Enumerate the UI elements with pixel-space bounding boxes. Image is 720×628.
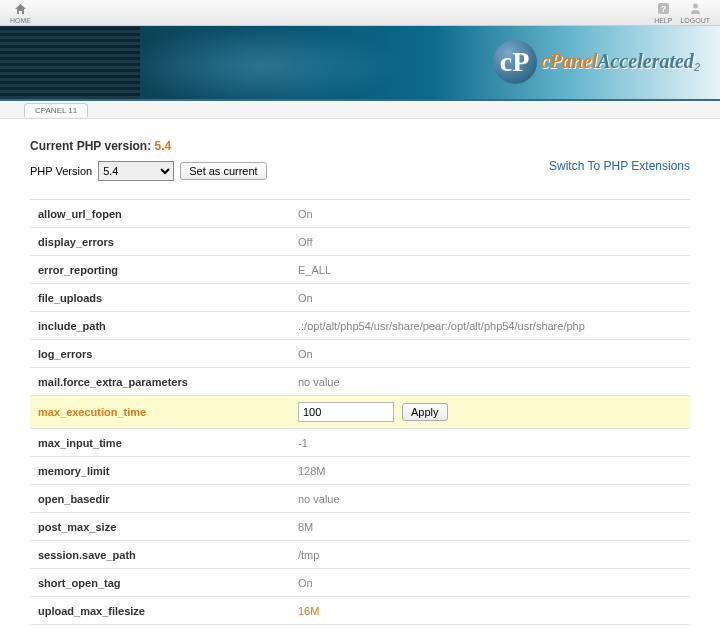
banner: cP cPanelAccelerated2 [0, 26, 720, 101]
svg-point-2 [693, 4, 698, 9]
option-row-file_uploads[interactable]: file_uploadsOn [30, 284, 690, 312]
option-value: Off [298, 236, 682, 248]
option-row-memory_limit[interactable]: memory_limit128M [30, 457, 690, 485]
option-value: 16M [298, 605, 682, 617]
option-row-log_errors[interactable]: log_errorsOn [30, 340, 690, 368]
option-value: /tmp [298, 549, 682, 561]
option-value: 128M [298, 465, 682, 477]
option-row-display_errors[interactable]: display_errorsOff [30, 228, 690, 256]
option-name: max_input_time [38, 437, 298, 449]
brand-sub: 2 [694, 62, 700, 74]
option-name: session.save_path [38, 549, 298, 561]
option-name: max_execution_time [38, 406, 298, 418]
option-row-allow_url_fopen[interactable]: allow_url_fopenOn [30, 200, 690, 228]
option-name: mail.force_extra_parameters [38, 376, 298, 388]
option-name: allow_url_fopen [38, 208, 298, 220]
switch-to-extensions-link[interactable]: Switch To PHP Extensions [549, 159, 690, 173]
help-label: HELP [654, 17, 672, 24]
option-name: open_basedir [38, 493, 298, 505]
option-value: On [298, 208, 682, 220]
option-value: On [298, 348, 682, 360]
option-name: display_errors [38, 236, 298, 248]
cpanel-logo: cP cPanelAccelerated2 [493, 40, 700, 84]
home-label: HOME [10, 17, 31, 24]
brand-accelerated: Accelerated [597, 50, 694, 72]
option-value: On [298, 292, 682, 304]
php-version-label: PHP Version [30, 165, 92, 177]
option-name: short_open_tag [38, 577, 298, 589]
option-value: On [298, 577, 682, 589]
cpanel-icon: cP [493, 40, 537, 84]
option-value: E_ALL [298, 264, 682, 276]
php-version-select[interactable]: 5.4 [98, 161, 174, 181]
brand-cpanel: cPanel [541, 50, 598, 72]
option-row-mail.force_extra_parameters[interactable]: mail.force_extra_parametersno value [30, 368, 690, 396]
logout-label: LOGOUT [680, 17, 710, 24]
option-name: log_errors [38, 348, 298, 360]
option-name: file_uploads [38, 292, 298, 304]
logout-icon [688, 2, 702, 16]
svg-text:?: ? [661, 4, 667, 14]
option-value: 8M [298, 521, 682, 533]
option-row-max_input_time[interactable]: max_input_time-1 [30, 429, 690, 457]
option-name: include_path [38, 320, 298, 332]
option-value: -1 [298, 437, 682, 449]
tab-cpanel[interactable]: CPANEL 11 [24, 103, 88, 117]
option-name: memory_limit [38, 465, 298, 477]
option-row-max_execution_time[interactable]: max_execution_timeApply [30, 396, 690, 429]
option-value: Apply [298, 402, 682, 422]
home-icon [14, 2, 28, 16]
option-value: no value [298, 376, 682, 388]
option-name: post_max_size [38, 521, 298, 533]
option-value: .:/opt/alt/php54/usr/share/pear:/opt/alt… [298, 320, 682, 332]
option-value: no value [298, 493, 682, 505]
option-row-include_path[interactable]: include_path.:/opt/alt/php54/usr/share/p… [30, 312, 690, 340]
option-name: upload_max_filesize [38, 605, 298, 617]
logout-button[interactable]: LOGOUT [680, 2, 710, 24]
option-value-input[interactable] [298, 402, 394, 422]
option-row-open_basedir[interactable]: open_basedirno value [30, 485, 690, 513]
option-row-error_reporting[interactable]: error_reportingE_ALL [30, 256, 690, 284]
option-row-post_max_size[interactable]: post_max_size8M [30, 513, 690, 541]
set-as-current-button[interactable]: Set as current [180, 162, 266, 180]
home-button[interactable]: HOME [10, 2, 31, 24]
option-row-short_open_tag[interactable]: short_open_tagOn [30, 569, 690, 597]
option-row-upload_max_filesize[interactable]: upload_max_filesize16M [30, 597, 690, 625]
help-icon: ? [656, 2, 670, 16]
current-php-version: Current PHP version: 5.4 [30, 139, 267, 153]
help-button[interactable]: ? HELP [654, 2, 672, 24]
apply-button[interactable]: Apply [402, 403, 448, 421]
option-name: error_reporting [38, 264, 298, 276]
option-row-session.save_path[interactable]: session.save_path/tmp [30, 541, 690, 569]
